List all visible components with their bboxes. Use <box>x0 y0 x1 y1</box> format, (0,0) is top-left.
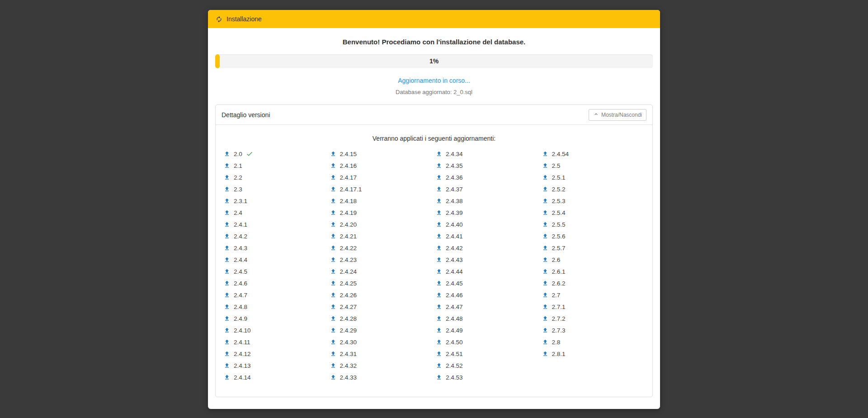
version-item: 2.4.20 <box>328 218 434 230</box>
version-item: 2.4.5 <box>222 266 328 277</box>
version-item: 2.4.38 <box>434 195 540 207</box>
upload-icon <box>224 151 230 157</box>
version-item: 2.4.29 <box>328 324 434 336</box>
version-item: 2.4.22 <box>328 242 434 254</box>
version-item: 2.4.24 <box>328 266 434 277</box>
upload-icon <box>330 245 336 251</box>
upload-icon <box>224 351 230 357</box>
versions-panel-body: Verranno applicati i seguenti aggiorname… <box>216 125 652 397</box>
version-item: 2.4.52 <box>434 360 540 371</box>
upload-icon <box>224 162 230 169</box>
version-item: 2.4.3 <box>222 242 328 254</box>
version-item: 2.5.2 <box>540 183 646 195</box>
version-item: 2.4.21 <box>328 230 434 242</box>
upload-icon <box>330 186 336 192</box>
version-item: 2.4.2 <box>222 230 328 242</box>
upload-icon <box>330 351 336 357</box>
version-label: 2.4.16 <box>340 162 357 169</box>
version-item: 2.5.1 <box>540 171 646 183</box>
version-item: 2.4.28 <box>328 313 434 324</box>
upload-icon <box>436 198 442 204</box>
toggle-versions-label: Mostra/Nascondi <box>601 112 642 118</box>
version-item: 2.6 <box>540 254 646 266</box>
version-label: 2.4.43 <box>446 256 463 263</box>
version-label: 2.4 <box>234 209 242 216</box>
upload-icon <box>436 268 442 275</box>
version-label: 2.4.13 <box>234 362 251 369</box>
chevron-up-icon <box>593 111 599 119</box>
version-item: 2.4.37 <box>434 183 540 195</box>
upload-icon <box>542 198 548 204</box>
version-label: 2.4.20 <box>340 221 357 228</box>
version-label: 2.4.8 <box>234 304 247 310</box>
upload-icon <box>224 256 230 263</box>
upload-icon <box>436 245 442 251</box>
version-item: 2.4.47 <box>434 301 540 313</box>
version-label: 2.4.4 <box>234 256 247 263</box>
upload-icon <box>224 280 230 286</box>
version-item: 2.4.7 <box>222 289 328 301</box>
version-item: 2.4.44 <box>434 266 540 277</box>
version-label: 2.4.53 <box>446 374 463 381</box>
welcome-message: Benvenuto! Procediamo con l'installazion… <box>215 38 653 46</box>
upload-icon <box>330 280 336 286</box>
version-item: 2.4.31 <box>328 348 434 360</box>
version-item: 2.4.35 <box>434 160 540 171</box>
version-label: 2.4.27 <box>340 304 357 310</box>
toggle-versions-button[interactable]: Mostra/Nascondi <box>589 109 646 121</box>
check-icon <box>246 150 253 157</box>
version-item: 2.4.45 <box>434 277 540 289</box>
version-label: 2.4.39 <box>446 209 463 216</box>
panel-title: Dettaglio versioni <box>222 111 270 119</box>
version-label: 2.4.23 <box>340 256 357 263</box>
upload-icon <box>542 245 548 251</box>
upload-icon <box>542 221 548 228</box>
version-label: 2.4.29 <box>340 327 357 334</box>
card-header: Installazione <box>208 10 660 28</box>
version-label: 2.5.1 <box>552 174 566 181</box>
version-item: 2.4.10 <box>222 324 328 336</box>
upload-icon <box>224 292 230 298</box>
version-label: 2.5 <box>552 162 561 169</box>
version-item: 2.4.33 <box>328 371 434 383</box>
upload-icon <box>436 339 442 345</box>
version-label: 2.4.35 <box>446 162 463 169</box>
version-item: 2.4.18 <box>328 195 434 207</box>
upload-icon <box>436 362 442 369</box>
version-label: 2.7 <box>552 292 561 299</box>
card-body: Benvenuto! Procediamo con l'installazion… <box>208 28 660 409</box>
version-label: 2.6.2 <box>552 280 566 287</box>
upload-icon <box>436 351 442 357</box>
status-link[interactable]: Aggiornamento in corso... <box>215 77 653 84</box>
version-item: 2.4.40 <box>434 218 540 230</box>
upload-icon <box>542 304 548 310</box>
upload-icon <box>224 304 230 310</box>
upload-icon <box>330 233 336 239</box>
version-label: 2.4.14 <box>234 374 251 381</box>
version-label: 2.4.34 <box>446 151 463 157</box>
version-label: 2.3 <box>234 186 242 193</box>
version-column: 2.4.542.52.5.12.5.22.5.32.5.42.5.52.5.62… <box>540 148 646 383</box>
upload-icon <box>330 315 336 322</box>
version-item: 2.7.3 <box>540 324 646 336</box>
version-label: 2.4.47 <box>446 304 463 310</box>
version-item: 2.7.2 <box>540 313 646 324</box>
version-item: 2.4.51 <box>434 348 540 360</box>
version-label: 2.5.4 <box>552 209 566 216</box>
version-item: 2.4.15 <box>328 148 434 160</box>
upload-icon <box>542 268 548 275</box>
upload-icon <box>224 339 230 345</box>
version-item: 2.4.16 <box>328 160 434 171</box>
version-label: 2.7.2 <box>552 315 566 322</box>
version-item: 2.4.42 <box>434 242 540 254</box>
version-item: 2.3.1 <box>222 195 328 207</box>
versions-panel-header: Dettaglio versioni Mostra/Nascondi <box>216 105 652 125</box>
version-label: 2.4.19 <box>340 209 357 216</box>
version-item: 2.4.46 <box>434 289 540 301</box>
upload-icon <box>330 256 336 263</box>
version-label: 2.4.40 <box>446 221 463 228</box>
upload-icon <box>330 221 336 228</box>
status-detail: Database aggiornato: 2_0.sql <box>215 89 653 95</box>
upload-icon <box>224 374 230 380</box>
upload-icon <box>436 233 442 239</box>
